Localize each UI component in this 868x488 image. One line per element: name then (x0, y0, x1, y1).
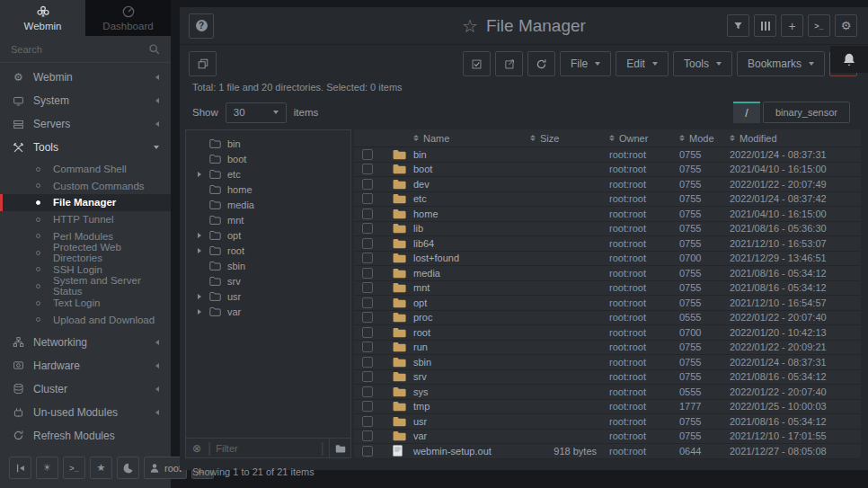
file-name[interactable]: etc (413, 193, 510, 204)
row-checkbox[interactable] (362, 179, 373, 190)
notifications-tab[interactable] (830, 46, 868, 73)
row-checkbox[interactable] (362, 327, 373, 338)
row-checkbox[interactable] (362, 193, 373, 204)
row-checkbox[interactable] (362, 371, 373, 382)
submenu-item[interactable]: System and Server Status (0, 278, 171, 295)
expand-arrow-icon[interactable] (198, 233, 201, 238)
favorites-button[interactable]: ★ (90, 457, 112, 479)
table-row[interactable]: media root:root 0755 2021/08/16 - 05:34:… (354, 266, 861, 281)
sidebar-item-tools[interactable]: Tools (0, 136, 171, 159)
file-name[interactable]: media (413, 268, 510, 279)
submenu-item[interactable]: Upload and Download (0, 311, 171, 328)
favorite-star-icon[interactable]: ☆ (462, 15, 478, 37)
tree-item[interactable]: srv (186, 273, 350, 288)
table-row[interactable]: mnt root:root 0755 2021/08/16 - 05:34:12 (354, 281, 861, 297)
tools-menu-button[interactable]: Tools (673, 51, 732, 76)
export-button[interactable] (495, 51, 523, 76)
file-name[interactable]: sbin (413, 357, 510, 368)
table-row[interactable]: srv root:root 0755 2021/08/16 - 05:34:12 (354, 370, 861, 386)
table-row[interactable]: webmin-setup.out 918 bytes root:root 064… (354, 444, 861, 459)
tab-webmin[interactable]: Webmin (0, 0, 85, 36)
table-row[interactable]: tmp root:root 1777 2022/01/25 - 10:00:03 (354, 400, 861, 415)
add-button[interactable]: + (781, 14, 803, 37)
terminal-button[interactable]: >_ (63, 457, 85, 479)
column-header-mode[interactable]: Mode (679, 133, 730, 144)
tree-item[interactable]: root (186, 243, 350, 258)
row-checkbox[interactable] (362, 149, 373, 160)
table-row[interactable]: opt root:root 0755 2021/12/10 - 16:54:57 (354, 296, 861, 311)
sidebar-item-cluster[interactable]: Cluster (0, 377, 171, 401)
row-checkbox[interactable] (362, 357, 373, 368)
sidebar-item-unused-modules[interactable]: Un-used Modules (0, 401, 171, 424)
settings-button[interactable]: ⚙ (835, 14, 857, 37)
breadcrumb-root-button[interactable]: / (733, 102, 760, 123)
table-row[interactable]: root root:root 0700 2022/01/20 - 10:42:1… (354, 325, 861, 341)
table-row[interactable]: var root:root 0755 2021/12/10 - 17:01:55 (354, 430, 861, 445)
table-row[interactable]: sbin root:root 0755 2022/01/24 - 08:37:3… (354, 355, 861, 370)
theme-toggle-button[interactable]: ☀ (36, 457, 58, 479)
help-button[interactable]: ? (189, 13, 214, 39)
row-checkbox[interactable] (362, 223, 373, 234)
submenu-item[interactable]: HTTP Tunnel (0, 211, 171, 228)
table-row[interactable]: lib64 root:root 0755 2021/12/10 - 16:53:… (354, 236, 861, 252)
table-row[interactable]: lib root:root 0755 2021/08/16 - 05:36:30 (354, 222, 861, 237)
submenu-item[interactable]: Command Shell (0, 161, 171, 178)
tree-item[interactable]: sbin (186, 258, 350, 273)
theme-palette-button[interactable] (117, 457, 139, 479)
row-checkbox[interactable] (362, 416, 373, 427)
file-name[interactable]: bin (413, 149, 510, 160)
file-name[interactable]: lib (413, 223, 510, 234)
row-checkbox[interactable] (362, 164, 373, 174)
column-header-size[interactable]: Size (510, 133, 609, 144)
table-row[interactable]: boot root:root 0755 2021/04/10 - 16:15:0… (354, 163, 861, 178)
clear-filter-icon[interactable]: ⊗ (192, 442, 201, 455)
row-checkbox[interactable] (362, 282, 373, 293)
table-row[interactable]: sys root:root 0555 2022/01/22 - 20:07:40 (354, 385, 861, 400)
table-row[interactable]: lost+found root:root 0700 2021/12/29 - 1… (354, 252, 861, 267)
submenu-item[interactable]: File Manager (0, 194, 171, 211)
expand-arrow-icon[interactable] (198, 309, 201, 315)
table-row[interactable]: dev root:root 0755 2022/01/22 - 20:07:49 (354, 177, 861, 192)
search-input[interactable] (11, 44, 148, 55)
tree-item[interactable]: boot (186, 151, 350, 166)
file-name[interactable]: tmp (413, 401, 510, 412)
tab-dashboard[interactable]: Dashboard (85, 0, 171, 36)
file-name[interactable]: sys (413, 386, 510, 397)
table-row[interactable]: bin root:root 0755 2022/01/24 - 08:37:31 (354, 147, 861, 163)
sidebar-item-system[interactable]: System (0, 89, 171, 112)
submenu-item[interactable]: Text Login (0, 295, 171, 312)
row-checkbox[interactable] (362, 253, 373, 263)
bookmarks-menu-button[interactable]: Bookmarks (737, 51, 825, 76)
row-checkbox[interactable] (362, 268, 373, 279)
row-checkbox[interactable] (362, 386, 373, 397)
row-checkbox[interactable] (362, 297, 373, 308)
submenu-item[interactable]: Protected Web Directories (0, 244, 171, 262)
sidebar-item-webmin[interactable]: ⚙ Webmin (0, 66, 171, 89)
file-name[interactable]: boot (413, 164, 510, 174)
file-name[interactable]: var (413, 430, 510, 441)
file-name[interactable]: webmin-setup.out (413, 446, 510, 457)
table-row[interactable]: proc root:root 0555 2022/01/22 - 20:07:4… (354, 311, 861, 326)
file-name[interactable]: opt (413, 297, 510, 308)
file-name[interactable]: dev (413, 179, 510, 190)
table-row[interactable]: usr root:root 0755 2021/08/16 - 05:34:12 (354, 414, 861, 430)
expand-arrow-icon[interactable] (198, 172, 201, 177)
file-name[interactable]: home (413, 209, 510, 219)
tree-item[interactable]: home (186, 182, 350, 197)
tree-item[interactable]: usr (186, 288, 350, 304)
columns-button[interactable] (754, 14, 776, 37)
column-header-modified[interactable]: Modified (730, 133, 861, 144)
table-row[interactable]: home root:root 0755 2021/04/10 - 16:15:0… (354, 207, 861, 222)
collapse-sidebar-button[interactable] (9, 457, 31, 479)
column-header-owner[interactable]: Owner (609, 133, 679, 144)
tree-item[interactable]: var (186, 304, 350, 319)
file-name[interactable]: lib64 (413, 238, 510, 249)
sidebar-item-refresh-modules[interactable]: Refresh Modules (0, 424, 171, 448)
filter-button[interactable] (727, 14, 749, 37)
path-search-box[interactable]: binary_sensor (763, 102, 850, 123)
edit-menu-button[interactable]: Edit (616, 51, 669, 76)
tree-item[interactable]: media (186, 197, 350, 212)
row-checkbox[interactable] (362, 209, 373, 219)
row-checkbox[interactable] (362, 238, 373, 249)
select-all-button[interactable] (463, 51, 491, 76)
